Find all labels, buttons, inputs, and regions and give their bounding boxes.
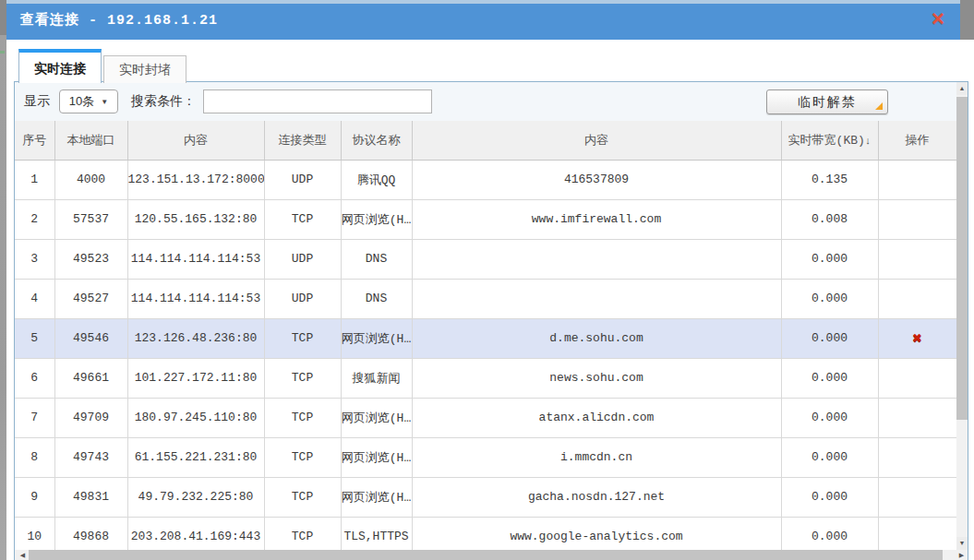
- cell-content: 123.126.48.236:80: [127, 318, 264, 358]
- cell-local-port: 57537: [54, 199, 127, 239]
- page-size-value: 10条: [69, 93, 94, 110]
- table-row[interactable]: 549546123.126.48.236:80TCP网页浏览(H…d.me.so…: [15, 318, 956, 358]
- cell-content: 101.227.172.11:80: [127, 358, 264, 398]
- delete-connection-icon[interactable]: ✖: [912, 330, 921, 348]
- table-row[interactable]: 1049868203.208.41.169:443TCPTLS,HTTPSwww…: [15, 517, 956, 551]
- scroll-up-icon[interactable]: ▲: [956, 82, 968, 95]
- cell-conn-type: UDP: [264, 239, 341, 279]
- cell-local-port: 49546: [54, 318, 127, 358]
- tab-bar: 实时连接 实时封堵: [18, 49, 186, 83]
- cell-conn-type: TCP: [264, 477, 341, 517]
- cell-action: [878, 437, 956, 477]
- chevron-down-icon: ▼: [101, 98, 108, 106]
- table-row[interactable]: 257537120.55.165.132:80TCP网页浏览(H…www.imf…: [15, 199, 956, 239]
- cell-content: 123.151.13.172:8000: [127, 160, 264, 199]
- cell-protocol-name: TLS,HTTPS: [341, 517, 412, 551]
- cell-conn-type: TCP: [264, 199, 341, 239]
- cell-action: [878, 160, 956, 199]
- cell-content: 120.55.165.132:80: [127, 199, 264, 239]
- cell-protocol-name: DNS: [341, 279, 412, 318]
- column-header-conn-type[interactable]: 连接类型: [264, 121, 341, 160]
- cell-no: 10: [15, 517, 54, 551]
- cell-conn-type: TCP: [264, 318, 341, 358]
- cell-content: 114.114.114.114:53: [127, 279, 264, 318]
- table-controls: 显示 10条 ▼ 搜索条件： 临时解禁: [15, 82, 968, 121]
- connections-table: 序号本地端口内容连接类型协议名称内容实时带宽(KB)↓操作 14000123.1…: [15, 121, 956, 551]
- tab-realtime-connections[interactable]: 实时连接: [18, 49, 102, 83]
- cell-conn-type: UDP: [264, 160, 341, 199]
- table-row[interactable]: 649661101.227.172.11:80TCP搜狐新闻news.sohu.…: [15, 358, 956, 398]
- cell-no: 8: [15, 437, 54, 477]
- cell-conn-type: TCP: [264, 517, 341, 551]
- horizontal-scrollbar-thumb[interactable]: [29, 550, 943, 560]
- column-header-no[interactable]: 序号: [15, 121, 54, 160]
- cell-content: news.sohu.com: [412, 358, 781, 398]
- column-header-bandwidth[interactable]: 实时带宽(KB)↓: [781, 121, 878, 160]
- cell-content: 203.208.41.169:443: [127, 517, 264, 551]
- cell-conn-type: UDP: [264, 279, 341, 318]
- cell-content: [412, 239, 781, 279]
- scroll-left-icon[interactable]: ◀: [17, 550, 29, 560]
- close-icon[interactable]: ✕: [931, 10, 945, 28]
- vertical-scrollbar[interactable]: ▲ ▼: [956, 82, 968, 550]
- vertical-scrollbar-thumb[interactable]: [956, 97, 968, 420]
- column-header-protocol-name[interactable]: 协议名称: [341, 121, 412, 160]
- background-page-left-strip: [0, 0, 6, 560]
- cell-no: 2: [15, 199, 54, 239]
- cell-content: 180.97.245.110:80: [127, 398, 264, 437]
- cell-local-port: 49523: [54, 239, 127, 279]
- horizontal-scrollbar[interactable]: ◀ ▶: [15, 550, 968, 560]
- cell-action: [878, 199, 956, 239]
- table-row[interactable]: 94983149.79.232.225:80TCP网页浏览(H…gacha.no…: [15, 477, 956, 517]
- page-size-select[interactable]: 10条 ▼: [59, 89, 118, 113]
- cell-bandwidth: 0.135: [781, 160, 878, 199]
- show-label: 显示: [24, 93, 50, 110]
- cell-bandwidth: 0.000: [781, 517, 878, 551]
- cell-no: 1: [15, 160, 54, 199]
- scroll-down-icon[interactable]: ▼: [956, 537, 968, 550]
- cell-protocol-name: 网页浏览(H…: [341, 437, 412, 477]
- cell-local-port: 49831: [54, 477, 127, 517]
- table-row[interactable]: 349523114.114.114.114:53UDPDNS0.000: [15, 239, 956, 279]
- cell-conn-type: TCP: [264, 437, 341, 477]
- table-row[interactable]: 749709180.97.245.110:80TCP网页浏览(H…atanx.a…: [15, 398, 956, 437]
- cell-content: gacha.nosdn.127.net: [412, 477, 781, 517]
- cell-content: [412, 279, 781, 318]
- cell-content: atanx.alicdn.com: [412, 398, 781, 437]
- column-header-content[interactable]: 内容: [412, 121, 781, 160]
- cell-conn-type: TCP: [264, 398, 341, 437]
- cell-bandwidth: 0.000: [781, 279, 878, 318]
- cell-action: [878, 279, 956, 318]
- cell-content: d.me.sohu.com: [412, 318, 781, 358]
- tab-realtime-blocking[interactable]: 实时封堵: [103, 55, 186, 83]
- content-panel: 显示 10条 ▼ 搜索条件： 临时解禁 序号本地端口内容连接类型协议名称内容实时…: [14, 81, 968, 560]
- column-header-action[interactable]: 操作: [878, 121, 956, 160]
- scroll-right-icon[interactable]: ▶: [956, 550, 968, 560]
- cell-action: [878, 398, 956, 437]
- cell-content: www.google-analytics.com: [412, 517, 781, 551]
- dialog-title: 查看连接 - 192.168.1.21: [20, 11, 218, 29]
- cell-protocol-name: 腾讯QQ: [341, 160, 412, 199]
- cell-bandwidth: 0.000: [781, 318, 878, 358]
- sort-descending-icon: ↓: [865, 136, 872, 147]
- corner-fold-icon: [875, 102, 883, 110]
- cell-bandwidth: 0.000: [781, 398, 878, 437]
- table-row[interactable]: 449527114.114.114.114:53UDPDNS0.000: [15, 279, 956, 318]
- cell-local-port: 49661: [54, 358, 127, 398]
- cell-no: 6: [15, 358, 54, 398]
- cell-bandwidth: 0.000: [781, 358, 878, 398]
- column-header-local-port[interactable]: 本地端口: [54, 121, 127, 160]
- column-header-content[interactable]: 内容: [127, 121, 264, 160]
- cell-action: [878, 517, 956, 551]
- cell-protocol-name: 搜狐新闻: [341, 358, 412, 398]
- table-row[interactable]: 84974361.155.221.231:80TCP网页浏览(H…i.mmcdn…: [15, 437, 956, 477]
- cell-local-port: 49743: [54, 437, 127, 477]
- search-input[interactable]: [203, 89, 432, 113]
- temporary-unban-button[interactable]: 临时解禁: [766, 89, 888, 114]
- cell-conn-type: TCP: [264, 358, 341, 398]
- cell-no: 5: [15, 318, 54, 358]
- table-row[interactable]: 14000123.151.13.172:8000UDP腾讯QQ416537809…: [15, 160, 956, 199]
- cell-content: www.imfirewall.com: [412, 199, 781, 239]
- cell-content: 114.114.114.114:53: [127, 239, 264, 279]
- cell-protocol-name: 网页浏览(H…: [341, 199, 412, 239]
